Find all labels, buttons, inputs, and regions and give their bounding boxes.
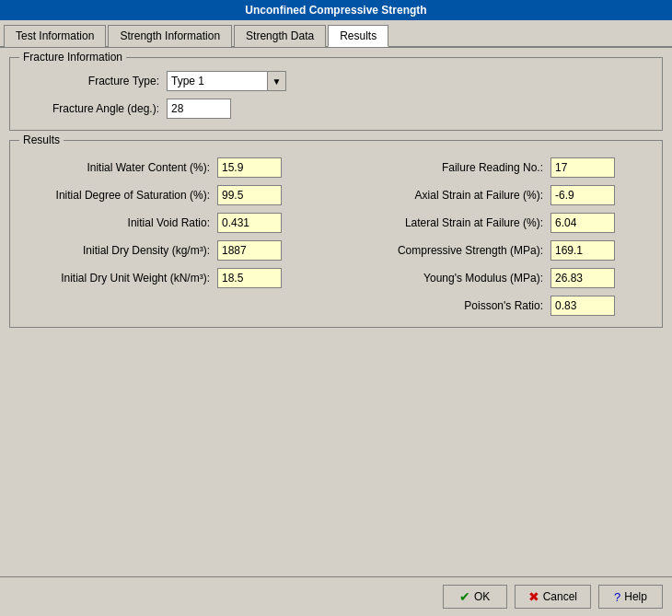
poissons-ratio-value[interactable] [550, 296, 615, 316]
result-row-dry-unit-weight: Initial Dry Unit Weight (kN/m³): [21, 268, 327, 288]
results-grid: Initial Water Content (%): Initial Degre… [21, 150, 651, 316]
fracture-fields: Fracture Type: ▼ Fracture Angle (deg.): [21, 67, 651, 119]
youngs-modulus-label: Young's Modulus (MPa): [345, 272, 543, 285]
results-right-col: Failure Reading No.: Axial Strain at Fai… [345, 157, 651, 316]
fracture-type-wrapper: ▼ [167, 71, 286, 91]
fracture-type-input[interactable] [167, 71, 268, 91]
result-row-lateral-strain: Lateral Strain at Failure (%): [345, 213, 651, 233]
cancel-label: Cancel [543, 590, 577, 603]
axial-strain-value[interactable] [550, 185, 615, 205]
tab-strength-data[interactable]: Strength Data [234, 25, 326, 47]
fracture-type-label: Fracture Type: [21, 75, 159, 87]
result-row-compressive-strength: Compressive Strength (MPa): [345, 240, 651, 261]
fracture-angle-input[interactable] [167, 99, 231, 119]
lateral-strain-value[interactable] [550, 213, 615, 233]
ok-icon: ✔ [459, 589, 470, 604]
spacer [9, 337, 663, 567]
ok-label: OK [474, 590, 490, 603]
result-row-axial-strain: Axial Strain at Failure (%): [345, 185, 651, 205]
saturation-label: Initial Degree of Saturation (%): [21, 189, 210, 202]
help-icon: ? [614, 590, 620, 604]
title-bar: Unconfined Compressive Strength [0, 0, 672, 20]
tab-strength-information[interactable]: Strength Information [108, 25, 232, 47]
water-content-label: Initial Water Content (%): [21, 161, 210, 174]
fracture-angle-label: Fracture Angle (deg.): [21, 102, 159, 115]
cancel-button[interactable]: ✖ Cancel [515, 585, 591, 609]
results-group: Results Initial Water Content (%): Initi… [9, 140, 663, 328]
compressive-strength-label: Compressive Strength (MPa): [345, 244, 543, 257]
result-row-dry-density: Initial Dry Density (kg/m³): [21, 240, 327, 261]
fracture-type-dropdown[interactable]: ▼ [268, 71, 286, 91]
results-group-title: Results [19, 134, 64, 146]
fracture-angle-row: Fracture Angle (deg.): [21, 99, 651, 119]
result-row-poissons-ratio: Poisson's Ratio: [345, 296, 651, 316]
failure-reading-label: Failure Reading No.: [345, 161, 543, 174]
void-ratio-value[interactable] [217, 213, 282, 233]
saturation-value[interactable] [217, 185, 282, 205]
lateral-strain-label: Lateral Strain at Failure (%): [345, 216, 543, 229]
window-title: Unconfined Compressive Strength [245, 4, 426, 17]
fracture-group-title: Fracture Information [19, 51, 126, 64]
youngs-modulus-value[interactable] [550, 268, 615, 288]
result-row-water-content: Initial Water Content (%): [21, 157, 327, 178]
void-ratio-label: Initial Void Ratio: [21, 216, 210, 229]
cancel-icon: ✖ [528, 589, 539, 604]
dry-unit-weight-label: Initial Dry Unit Weight (kN/m³): [21, 272, 210, 285]
water-content-value[interactable] [217, 157, 282, 178]
tab-results[interactable]: Results [328, 25, 388, 47]
dry-unit-weight-value[interactable] [217, 268, 282, 288]
poissons-ratio-label: Poisson's Ratio: [345, 299, 543, 312]
failure-reading-value[interactable] [550, 157, 615, 178]
footer: ✔ OK ✖ Cancel ? Help [0, 576, 672, 616]
help-label: Help [624, 590, 647, 603]
ok-button[interactable]: ✔ OK [443, 585, 507, 609]
dry-density-label: Initial Dry Density (kg/m³): [21, 244, 210, 257]
tab-test-information[interactable]: Test Information [4, 25, 106, 47]
results-left-col: Initial Water Content (%): Initial Degre… [21, 157, 327, 316]
help-button[interactable]: ? Help [598, 585, 663, 609]
result-row-youngs-modulus: Young's Modulus (MPa): [345, 268, 651, 288]
compressive-strength-value[interactable] [550, 240, 615, 261]
result-row-saturation: Initial Degree of Saturation (%): [21, 185, 327, 205]
dry-density-value[interactable] [217, 240, 282, 261]
result-row-failure-reading: Failure Reading No.: [345, 157, 651, 178]
result-row-void-ratio: Initial Void Ratio: [21, 213, 327, 233]
fracture-type-row: Fracture Type: ▼ [21, 71, 651, 91]
tab-bar: Test Information Strength Information St… [0, 20, 672, 48]
axial-strain-label: Axial Strain at Failure (%): [345, 189, 543, 202]
main-content: Fracture Information Fracture Type: ▼ Fr… [0, 48, 672, 576]
fracture-group: Fracture Information Fracture Type: ▼ Fr… [9, 57, 663, 131]
